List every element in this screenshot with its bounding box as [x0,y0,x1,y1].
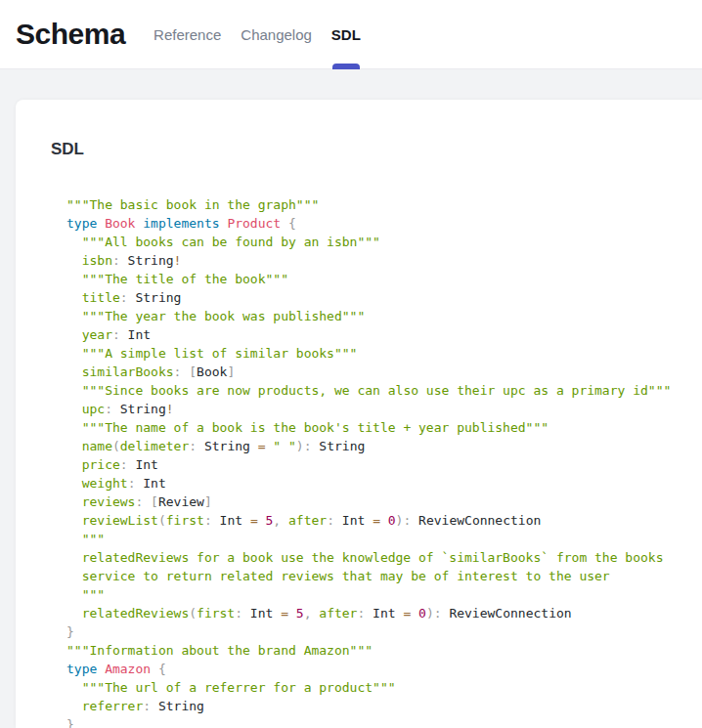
active-tab-indicator [332,64,360,69]
code-line: """The basic book in the graph""" [66,195,702,214]
code-line: } [66,622,702,641]
code-line: """Since books are now products, we can … [66,381,702,400]
code-line: """The url of a referrer for a product""… [66,678,702,697]
code-line: year: Int [66,325,702,344]
code-line: title: String [66,288,702,307]
code-line: weight: Int [66,474,702,492]
code-line: """The name of a book is the book's titl… [66,418,702,437]
code-line: name(delimeter: String = " "): String [66,437,702,455]
code-line: """ [66,585,702,604]
code-line: """A simple list of similar books""" [66,344,702,363]
code-line: } [66,715,702,728]
sdl-panel: SDL """The basic book in the graph"""typ… [16,100,702,728]
code-line: type Book implements Product { [66,214,702,233]
tab-changelog[interactable]: Changelog [231,0,322,69]
tab-bar: Reference Changelog SDL [144,0,371,69]
code-line: """All books can be found by an isbn""" [66,233,702,251]
code-line: reviewList(first: Int = 5, after: Int = … [66,511,702,530]
code-line: referrer: String [66,697,702,715]
code-line: reviews: [Review] [66,492,702,511]
page-header: Schema Reference Changelog SDL [0,0,702,69]
code-line: """The title of the book""" [66,270,702,288]
code-line: similarBooks: [Book] [66,363,702,381]
page-background: SDL """The basic book in the graph"""typ… [0,69,702,728]
code-line: type Amazon { [66,660,702,678]
tab-reference[interactable]: Reference [144,0,231,69]
code-line: price: Int [66,455,702,474]
code-line: """ [66,530,702,548]
sdl-code: """The basic book in the graph"""type Bo… [66,195,702,728]
code-line: """The year the book was published""" [66,307,702,325]
code-line: upc: String! [66,400,702,418]
page-title: Schema [16,18,125,51]
sdl-panel-heading: SDL [51,139,702,160]
tab-label: Changelog [241,26,312,43]
code-line: service to return related reviews that m… [66,567,702,585]
code-line: """Information about the brand Amazon""" [66,641,702,660]
tab-label: SDL [331,26,361,43]
tab-label: Reference [154,26,221,43]
code-line: relatedReviews for a book use the knowle… [66,548,702,567]
tab-sdl[interactable]: SDL [322,0,371,69]
code-line: isbn: String! [66,251,702,270]
code-line: relatedReviews(first: Int = 5, after: In… [66,604,702,622]
